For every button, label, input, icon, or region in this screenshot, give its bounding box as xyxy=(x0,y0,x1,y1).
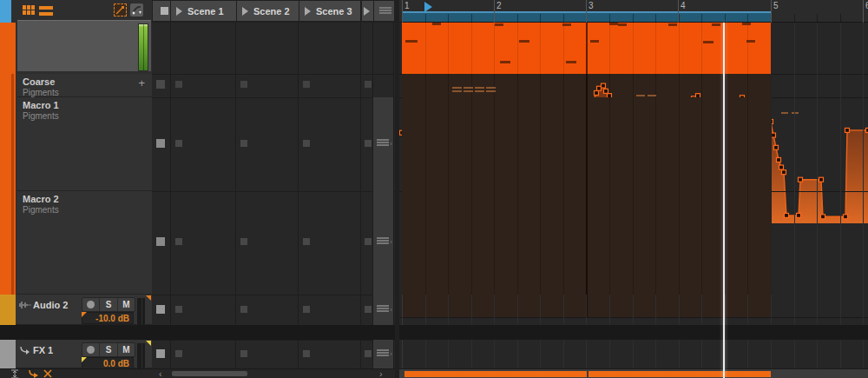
empty-clip-slot[interactable] xyxy=(365,81,372,88)
empty-clip-slot[interactable] xyxy=(303,350,310,357)
beat-tick xyxy=(609,14,610,23)
empty-clip-slot[interactable] xyxy=(240,140,247,147)
empty-clip-slot[interactable] xyxy=(240,350,247,357)
arranger-timeline[interactable] xyxy=(399,23,868,369)
grid-view-icon[interactable] xyxy=(23,5,36,17)
beat-gridline xyxy=(425,97,426,191)
timeline-ruler[interactable]: 123456 xyxy=(399,0,868,23)
arranger-row-macro1-lane[interactable] xyxy=(399,97,868,191)
clip-gridline xyxy=(609,23,610,74)
scene-alt-cell[interactable] xyxy=(374,1,394,21)
close-icon[interactable] xyxy=(43,369,52,378)
beat-tick xyxy=(425,14,426,23)
beat-gridline xyxy=(655,340,656,368)
lane-header-macro2[interactable]: Macro 2 Pigments xyxy=(17,191,152,295)
empty-clip-slot[interactable] xyxy=(175,140,182,147)
list-view-icon[interactable] xyxy=(39,5,53,17)
launcher-row-divider xyxy=(152,191,395,192)
solo-button[interactable]: S xyxy=(100,343,117,356)
lane-header-coarse[interactable]: Coarse Pigments + xyxy=(17,74,152,97)
automation-point[interactable] xyxy=(604,89,608,93)
playhead-line[interactable] xyxy=(723,23,725,378)
clip-stop-button[interactable] xyxy=(156,349,165,358)
beat-gridline xyxy=(494,340,495,368)
midi-clip[interactable] xyxy=(402,23,771,74)
arranger-row-clip-row[interactable] xyxy=(399,23,868,74)
empty-clip-slot[interactable] xyxy=(365,306,372,313)
stop-alt-lanes-icon[interactable]: › xyxy=(377,305,389,313)
arranger-scrollbar[interactable] xyxy=(399,368,868,378)
empty-clip-slot[interactable] xyxy=(365,350,372,357)
automation-curve-macro1[interactable] xyxy=(399,74,868,97)
clip-stop-button[interactable] xyxy=(156,80,165,89)
scene-extra-cell[interactable] xyxy=(362,1,373,21)
play-icon[interactable] xyxy=(305,7,311,16)
stop-alt-lanes-icon[interactable]: › xyxy=(377,237,389,245)
add-lane-button[interactable]: + xyxy=(138,77,145,89)
empty-clip-slot[interactable] xyxy=(365,238,372,245)
empty-clip-slot[interactable] xyxy=(240,81,247,88)
lane-header-macro1[interactable]: Macro 1 Pigments xyxy=(17,97,152,191)
empty-clip-slot[interactable] xyxy=(175,238,182,245)
empty-clip-slot[interactable] xyxy=(303,81,310,88)
record-arm-button[interactable] xyxy=(82,298,100,311)
automation-point[interactable] xyxy=(595,91,599,96)
stop-alt-lanes-icon[interactable]: › xyxy=(377,349,389,357)
fit-tracks-icon[interactable] xyxy=(10,369,19,378)
beat-gridline xyxy=(563,340,564,368)
empty-clip-slot[interactable] xyxy=(303,238,310,245)
empty-clip-slot[interactable] xyxy=(303,140,310,147)
play-icon[interactable] xyxy=(242,7,248,16)
follow-playback-icon[interactable] xyxy=(28,369,39,378)
track-color-corner xyxy=(0,0,11,23)
scene-2-cell[interactable]: Scene 2 xyxy=(237,1,299,21)
lane-device: Pigments xyxy=(23,205,152,216)
bar-line xyxy=(678,0,679,23)
arranger-row-addrow[interactable] xyxy=(399,325,868,340)
empty-clip-slot[interactable] xyxy=(240,306,247,313)
scroll-right-arrow[interactable]: › xyxy=(379,369,383,378)
arranger-row-audio2-row[interactable] xyxy=(399,295,868,325)
empty-clip-slot[interactable] xyxy=(175,350,182,357)
empty-clip-slot[interactable] xyxy=(303,306,310,313)
automation-point[interactable] xyxy=(602,83,606,88)
track-header-audio2[interactable]: Audio 2 S M -10.0 dB xyxy=(16,295,152,325)
empty-clip-slot[interactable] xyxy=(175,81,182,88)
launcher-scrollbar-thumb[interactable] xyxy=(172,371,247,376)
empty-clip-slot[interactable] xyxy=(365,140,372,147)
record-arm-button[interactable] xyxy=(82,343,100,356)
scene-3-cell[interactable]: Scene 3 xyxy=(299,1,360,21)
scene-1-cell[interactable]: Scene 1 xyxy=(171,1,236,21)
beat-gridline xyxy=(655,295,656,325)
clip-launcher[interactable]: ›››› xyxy=(152,23,395,369)
clip-stop-button[interactable] xyxy=(156,139,165,148)
mute-button[interactable]: M xyxy=(118,298,135,311)
clip-stop-button[interactable] xyxy=(156,305,165,314)
volume-field[interactable]: -10.0 dB xyxy=(82,312,134,324)
pointer-mode-icon[interactable] xyxy=(130,3,143,17)
stop-all-clips-button[interactable] xyxy=(153,1,170,21)
scene-1-label: Scene 1 xyxy=(187,6,224,17)
track-header-fx1[interactable]: FX 1 S M 0.0 dB xyxy=(16,340,152,368)
clip-stop-button[interactable] xyxy=(156,237,165,246)
bitwig-arranger-window: Scene 1 Scene 2 Scene 3 123456 Coarse Pi… xyxy=(0,0,868,378)
beat-gridline xyxy=(517,295,518,325)
play-start-marker[interactable] xyxy=(424,2,432,12)
stop-alt-lanes-icon[interactable]: › xyxy=(377,139,389,147)
play-icon[interactable] xyxy=(176,7,182,16)
bar-gridline xyxy=(402,295,403,325)
empty-clip-slot[interactable] xyxy=(240,238,247,245)
solo-button[interactable]: S xyxy=(100,298,117,311)
audio2-color-strip xyxy=(0,295,16,325)
beat-gridline xyxy=(679,340,680,368)
lane-device: Pigments xyxy=(23,111,152,122)
selected-track-header[interactable] xyxy=(17,20,151,71)
arranger-row-coarse-lane[interactable] xyxy=(399,74,868,97)
arranger-row-fx1-row[interactable] xyxy=(399,340,868,368)
automation-follow-icon[interactable] xyxy=(114,3,127,17)
volume-field[interactable]: 0.0 dB xyxy=(82,357,134,369)
automation-point[interactable] xyxy=(597,86,602,90)
scroll-left-arrow[interactable]: ‹ xyxy=(159,369,162,378)
empty-clip-slot[interactable] xyxy=(175,306,182,313)
mute-button[interactable]: M xyxy=(118,343,135,356)
